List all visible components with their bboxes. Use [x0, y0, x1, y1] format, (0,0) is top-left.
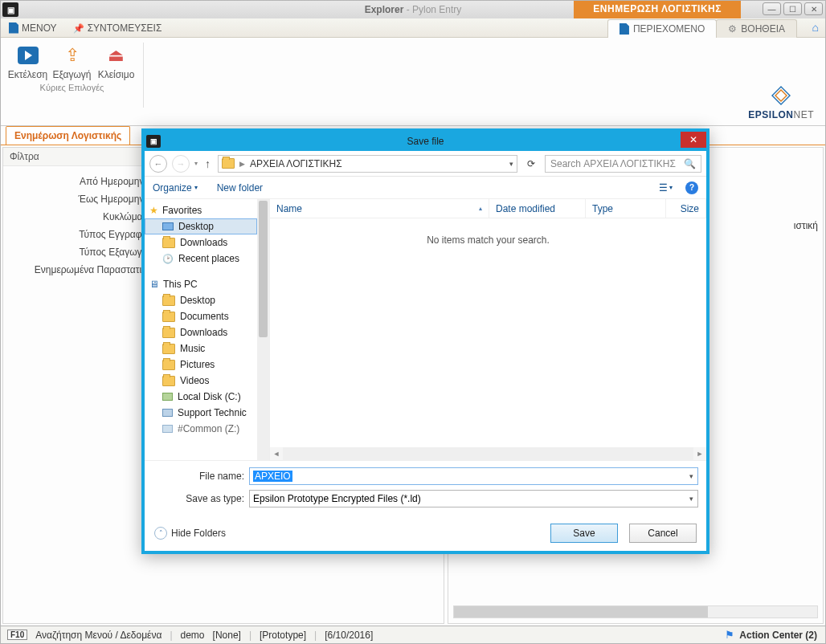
new-folder-button[interactable]: New folder	[217, 182, 263, 194]
view-options-button[interactable]: ☰▾	[659, 182, 673, 194]
shortcuts-button[interactable]: ΣΥΝΤΟΜΕΥΣΕΙΣ	[73, 22, 162, 34]
nav-forward-button[interactable]: →	[172, 155, 190, 173]
logo-icon	[766, 86, 796, 105]
tree-scroll-thumb[interactable]	[259, 201, 268, 337]
file-list: Name▴ Date modified Type Size No items m…	[269, 199, 706, 460]
filter-circuits-label: Κυκλώματα	[10, 211, 158, 222]
dialog-footer: ˄ Hide Folders Save Cancel	[145, 516, 706, 551]
filename-value: ΑΡΧΕΙΟ	[253, 471, 292, 482]
breadcrumb[interactable]: ΑΡΧΕΙΑ ΛΟΓΙΣΤΙΚΗΣ	[250, 158, 342, 169]
tree-item-local-c[interactable]: Local Disk (C:)	[145, 389, 257, 405]
tree-music-label: Music	[180, 343, 205, 354]
export-button[interactable]: ⇪Εξαγωγή	[50, 41, 94, 80]
col-date[interactable]: Date modified	[489, 199, 586, 218]
pin-icon	[73, 22, 84, 34]
folder-icon	[162, 360, 175, 370]
tree-item-videos[interactable]: Videos	[145, 373, 257, 389]
savetype-value: Epsilon Prototype Encrypted Files (*.ld)	[253, 493, 421, 504]
close-label: Κλείσιμο	[98, 69, 135, 80]
tree-item-recent[interactable]: 🕑Recent places	[145, 251, 257, 267]
tree-item-common[interactable]: #Common (Z:)	[145, 421, 257, 437]
col-size[interactable]: Size	[666, 199, 706, 218]
address-bar[interactable]: ▶ ΑΡΧΕΙΑ ΛΟΓΙΣΤΙΚΗΣ ▾	[218, 155, 517, 173]
tree-item-downloads[interactable]: Downloads	[145, 234, 257, 251]
tree-item-documents[interactable]: Documents	[145, 308, 257, 324]
tree-scrollbar[interactable]	[257, 199, 269, 460]
hide-folders-label: Hide Folders	[171, 528, 226, 539]
refresh-button[interactable]: ⟳	[522, 158, 540, 169]
eject-icon: ⏏	[105, 44, 128, 67]
status-search-hint[interactable]: Αναζήτηση Μενού / Δεδομένα	[35, 630, 162, 641]
scroll-left-icon[interactable]: ◄	[270, 450, 283, 458]
menu-label: ΜΕΝΟΥ	[22, 22, 57, 34]
gear-icon: ⚙	[728, 23, 737, 35]
chevron-down-icon[interactable]: ▾	[689, 495, 693, 503]
dialog-fields: File name: ΑΡΧΕΙΟ ▾ Save as type: Epsilo…	[145, 460, 706, 516]
col-name[interactable]: Name▴	[270, 199, 489, 218]
titlebar: ▣ Explorer - Pylon Entry ΕΝΗΜΕΡΩΣΗ ΛΟΓΙΣ…	[1, 1, 825, 18]
tab-help[interactable]: ⚙ΒΟΗΘΕΙΑ	[716, 19, 797, 38]
nav-back-button[interactable]: ←	[149, 155, 167, 173]
scroll-thumb[interactable]	[454, 606, 708, 618]
tree-item-music[interactable]: Music	[145, 340, 257, 357]
filter-exp-type-label: Τύπος Εξαγωγής	[10, 247, 158, 258]
tree-item-pc-downloads[interactable]: Downloads	[145, 324, 257, 340]
folder-icon	[162, 312, 175, 322]
ribbon: Εκτέλεση ⇪Εξαγωγή ⏏Κλείσιμο Κύριες Επιλο…	[1, 38, 825, 126]
desktop-icon	[162, 222, 174, 230]
organize-button[interactable]: Organize▾	[153, 182, 198, 194]
tree-item-pictures[interactable]: Pictures	[145, 357, 257, 373]
chevron-down-icon[interactable]: ▾	[689, 472, 693, 480]
dialog-nav: ← → ▾ ↑ ▶ ΑΡΧΕΙΑ ΛΟΓΙΣΤΙΚΗΣ ▾ ⟳ Search Α…	[145, 151, 706, 177]
result-hscrollbar[interactable]	[453, 605, 818, 618]
tree-item-pc-desktop[interactable]: Desktop	[145, 292, 257, 308]
tree-recent-label: Recent places	[178, 253, 239, 264]
search-placeholder: Search ΑΡΧΕΙΑ ΛΟΓΙΣΤΙΚΗΣ	[550, 158, 676, 169]
search-icon: 🔍	[684, 158, 696, 169]
tree-support-label: Support Technic	[178, 407, 247, 418]
tree-favorites-header[interactable]: ★Favorites	[145, 202, 257, 218]
nav-history-dropdown[interactable]: ▾	[194, 160, 198, 167]
menu-button[interactable]: ΜΕΝΟΥ	[9, 22, 57, 34]
tab-content-label: ΠΕΡΙΕΧΟΜΕΝΟ	[633, 23, 705, 35]
tree-item-desktop[interactable]: Desktop	[145, 218, 257, 234]
cancel-button[interactable]: Cancel	[629, 524, 697, 543]
dialog-close-button[interactable]: ✕	[681, 132, 706, 148]
help-button[interactable]: ?	[685, 181, 698, 194]
tree-thispc-header[interactable]: 🖥This PC	[145, 276, 257, 292]
scroll-track[interactable]	[283, 447, 693, 460]
flag-icon[interactable]: ⚑	[725, 629, 734, 641]
nav-up-button[interactable]: ↑	[202, 157, 213, 170]
run-button[interactable]: Εκτέλεση	[6, 41, 50, 80]
close-button[interactable]: ⏏Κλείσιμο	[94, 41, 138, 80]
filter-from-date-label: Από Ημερομηνία	[10, 176, 158, 187]
organize-label: Organize	[153, 182, 192, 194]
col-type[interactable]: Type	[586, 199, 666, 218]
folder-icon	[222, 158, 235, 169]
hide-folders-button[interactable]: ˄ Hide Folders	[154, 527, 226, 540]
scroll-right-icon[interactable]: ►	[693, 450, 706, 458]
action-center-link[interactable]: Action Center (2)	[739, 630, 817, 641]
minimize-button[interactable]: —	[763, 2, 781, 15]
close-window-button[interactable]: ✕	[804, 2, 823, 15]
address-dropdown-icon[interactable]: ▾	[509, 160, 513, 168]
savetype-select[interactable]: Epsilon Prototype Encrypted Files (*.ld)…	[249, 490, 698, 507]
doc-icon	[620, 23, 629, 35]
ribbon-separator	[143, 43, 144, 108]
tree-desktop-label: Desktop	[178, 221, 214, 232]
folder-icon	[162, 376, 175, 386]
filelist-hscrollbar[interactable]: ◄ ►	[270, 447, 706, 460]
home-icon[interactable]: ⌂	[812, 21, 819, 34]
search-input[interactable]: Search ΑΡΧΕΙΑ ΛΟΓΙΣΤΙΚΗΣ 🔍	[545, 155, 701, 173]
content-tab-active[interactable]: Ενημέρωση Λογιστικής	[6, 126, 130, 145]
maximize-button[interactable]: ☐	[783, 2, 802, 15]
tab-content[interactable]: ΠΕΡΙΕΧΟΜΕΝΟ	[607, 19, 717, 38]
filename-label: File name:	[153, 471, 249, 482]
list-icon: ☰	[659, 182, 668, 194]
title-banner: ΕΝΗΜΕΡΩΣΗ ΛΟΓΙΣΤΙΚΗΣ	[574, 1, 741, 18]
tree-item-support[interactable]: Support Technic	[145, 405, 257, 421]
status-date: [6/10/2016]	[325, 630, 373, 641]
export-icon: ⇪	[61, 44, 84, 67]
save-button[interactable]: Save	[550, 524, 618, 543]
filename-input[interactable]: ΑΡΧΕΙΟ ▾	[249, 467, 698, 485]
